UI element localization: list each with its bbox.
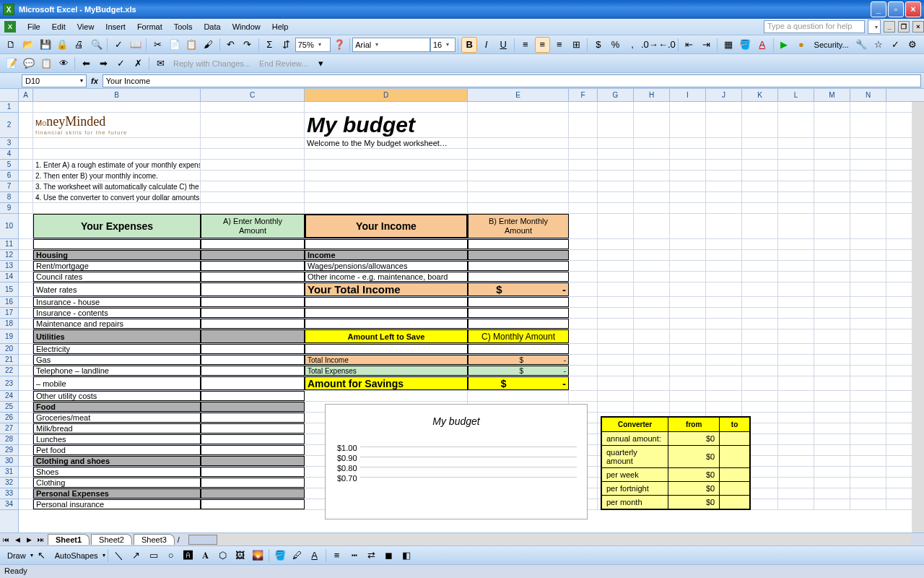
cell-A26[interactable] bbox=[19, 413, 33, 423]
cell-B33[interactable]: Personal Expenses bbox=[33, 488, 201, 499]
diagram-icon[interactable]: ⬡ bbox=[215, 548, 231, 564]
row-header-15[interactable]: 15 bbox=[0, 282, 18, 297]
sort-icon[interactable]: ⇵ bbox=[279, 37, 295, 53]
cell-H7[interactable] bbox=[634, 181, 670, 191]
cell-H5[interactable] bbox=[634, 160, 670, 170]
cell-B14[interactable]: Council rates bbox=[33, 272, 201, 282]
cell-B20[interactable]: Electricity bbox=[33, 344, 201, 354]
cell-H2[interactable] bbox=[634, 113, 670, 137]
cell-C29[interactable] bbox=[201, 445, 305, 455]
cell-I15[interactable] bbox=[670, 282, 706, 296]
cell-G10[interactable] bbox=[598, 214, 634, 238]
cell-N33[interactable] bbox=[850, 488, 886, 499]
open-icon[interactable]: 📂 bbox=[21, 37, 37, 53]
align-right-icon[interactable]: ≡ bbox=[552, 37, 567, 53]
cell-J21[interactable] bbox=[706, 355, 742, 365]
cell-G8[interactable] bbox=[598, 192, 634, 202]
cell-K14[interactable] bbox=[742, 272, 778, 282]
cell-I4[interactable] bbox=[670, 149, 706, 159]
cell-N18[interactable] bbox=[850, 319, 886, 329]
cell-G17[interactable] bbox=[598, 308, 634, 318]
cell-B4[interactable] bbox=[33, 149, 201, 159]
cell-J1[interactable] bbox=[706, 102, 742, 112]
cell-L24[interactable] bbox=[778, 391, 814, 401]
cell-H25[interactable] bbox=[634, 402, 670, 412]
cell-A8[interactable] bbox=[19, 192, 33, 202]
cell-L7[interactable] bbox=[778, 181, 814, 191]
bold-button[interactable]: B bbox=[461, 37, 477, 53]
cell-I1[interactable] bbox=[670, 102, 706, 112]
col-header-F[interactable]: F bbox=[569, 89, 598, 101]
cell-G5[interactable] bbox=[598, 160, 634, 170]
cell-C28[interactable] bbox=[201, 434, 305, 444]
cell-M2[interactable] bbox=[814, 113, 850, 137]
cell-F16[interactable] bbox=[569, 297, 598, 307]
font-color2-icon[interactable]: A bbox=[307, 548, 323, 564]
arrow-style-icon[interactable]: ⇄ bbox=[364, 548, 380, 564]
cell-J10[interactable] bbox=[706, 214, 742, 238]
cell-E12[interactable] bbox=[468, 250, 569, 260]
horizontal-scrollbar[interactable] bbox=[188, 534, 911, 545]
line-style-icon[interactable]: ≡ bbox=[329, 548, 345, 564]
col-header-I[interactable]: I bbox=[670, 89, 706, 101]
cell-N19[interactable] bbox=[850, 329, 886, 343]
col-header-D[interactable]: D bbox=[305, 89, 468, 101]
cell-L23[interactable] bbox=[778, 376, 814, 390]
cell-C30[interactable] bbox=[201, 456, 305, 466]
cell-A30[interactable] bbox=[19, 456, 33, 466]
cell-J19[interactable] bbox=[706, 329, 742, 343]
preview-icon[interactable]: 🔍 bbox=[89, 37, 105, 53]
cell-N5[interactable] bbox=[850, 160, 886, 170]
cell-A4[interactable] bbox=[19, 149, 33, 159]
cell-N15[interactable] bbox=[850, 282, 886, 296]
cell-C27[interactable] bbox=[201, 423, 305, 434]
cell-C14[interactable] bbox=[201, 272, 305, 282]
cell-D13[interactable]: Wages/pensions/allowances bbox=[305, 261, 468, 271]
cell-N6[interactable] bbox=[850, 171, 886, 181]
cell-M19[interactable] bbox=[814, 329, 850, 343]
cell-M28[interactable] bbox=[814, 434, 850, 444]
row-header-16[interactable]: 16 bbox=[0, 297, 18, 308]
cell-G6[interactable] bbox=[598, 171, 634, 181]
cell-K21[interactable] bbox=[742, 355, 778, 365]
cell-M9[interactable] bbox=[814, 203, 850, 213]
cell-C33[interactable] bbox=[201, 488, 305, 499]
cell-A2[interactable] bbox=[19, 113, 33, 137]
cell-H12[interactable] bbox=[634, 250, 670, 260]
font-color-icon[interactable]: A bbox=[754, 37, 770, 53]
col-header-E[interactable]: E bbox=[468, 89, 569, 101]
research-icon[interactable]: 📖 bbox=[128, 37, 144, 53]
cell-M14[interactable] bbox=[814, 272, 850, 282]
align-center-icon[interactable]: ≡ bbox=[535, 37, 551, 53]
cell-L32[interactable] bbox=[778, 478, 814, 488]
cell-D2[interactable]: My budget bbox=[305, 113, 468, 137]
cell-I9[interactable] bbox=[670, 203, 706, 213]
cell-L10[interactable] bbox=[778, 214, 814, 238]
cell-M5[interactable] bbox=[814, 160, 850, 170]
wordart-icon[interactable]: 𝐀 bbox=[198, 548, 214, 564]
cell-N30[interactable] bbox=[850, 456, 886, 466]
cell-F10[interactable] bbox=[569, 214, 598, 238]
row-header-21[interactable]: 21 bbox=[0, 355, 18, 366]
cell-F21[interactable] bbox=[569, 355, 598, 365]
cell-A16[interactable] bbox=[19, 297, 33, 307]
cell-I14[interactable] bbox=[670, 272, 706, 282]
cell-C1[interactable] bbox=[201, 102, 305, 112]
cell-B11[interactable] bbox=[33, 239, 201, 249]
cell-C2[interactable] bbox=[201, 113, 305, 137]
cell-G20[interactable] bbox=[598, 344, 634, 354]
vertical-scrollbar[interactable] bbox=[912, 102, 924, 532]
fx-icon[interactable]: fx bbox=[91, 77, 98, 85]
cell-K20[interactable] bbox=[742, 344, 778, 354]
row-header-31[interactable]: 31 bbox=[0, 467, 18, 478]
row-header-23[interactable]: 23 bbox=[0, 376, 18, 391]
cell-I21[interactable] bbox=[670, 355, 706, 365]
cell-E10[interactable]: B) Enter MonthlyAmount bbox=[468, 214, 569, 238]
cell-C19[interactable] bbox=[201, 329, 305, 343]
cell-J25[interactable] bbox=[706, 402, 742, 412]
row-header-5[interactable]: 5 bbox=[0, 160, 18, 171]
tool1-icon[interactable]: 🔧 bbox=[854, 37, 870, 53]
cell-A12[interactable] bbox=[19, 250, 33, 260]
menu-help[interactable]: Help bbox=[266, 20, 295, 33]
cell-L12[interactable] bbox=[778, 250, 814, 260]
